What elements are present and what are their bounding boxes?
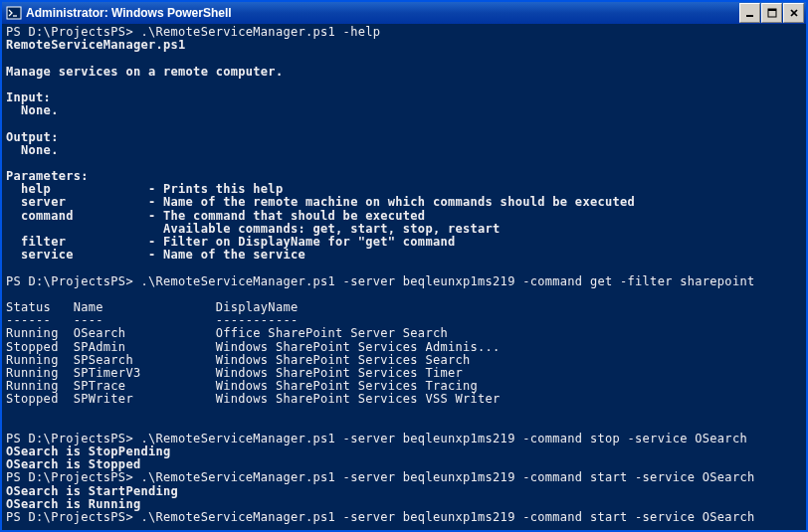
titlebar[interactable]: Administrator: Windows PowerShell	[2, 2, 806, 24]
terminal-line: service - Name of the service	[6, 249, 802, 262]
terminal-line: Input:	[6, 91, 802, 104]
powershell-window: Administrator: Windows PowerShell PS D:\…	[0, 0, 808, 532]
minimize-button[interactable]	[739, 3, 760, 23]
terminal-line: OSearch is Running	[6, 498, 802, 511]
terminal-line	[6, 52, 802, 65]
terminal-line: Stopped SPAdmin Windows SharePoint Servi…	[6, 341, 802, 354]
terminal-line: Running OSearch Office SharePoint Server…	[6, 327, 802, 340]
terminal-line	[6, 524, 802, 530]
terminal-line: None.	[6, 104, 802, 117]
terminal-line	[6, 157, 802, 170]
terminal-line: None.	[6, 144, 802, 157]
terminal-line: Manage services on a remote computer.	[6, 66, 802, 79]
terminal-line: Stopped SPWriter Windows SharePoint Serv…	[6, 393, 802, 406]
powershell-icon	[6, 5, 22, 21]
terminal-line: Running SPSearch Windows SharePoint Serv…	[6, 354, 802, 367]
terminal-output[interactable]: PS D:\ProjectsPS> .\RemoteServiceManager…	[2, 24, 806, 530]
terminal-line: RemoteServiceManager.ps1	[6, 39, 802, 52]
terminal-line: OSearch is StartPending	[6, 485, 802, 498]
window-buttons	[738, 3, 804, 23]
terminal-line: PS D:\ProjectsPS> .\RemoteServiceManager…	[6, 511, 802, 524]
close-button[interactable]	[783, 3, 804, 23]
terminal-line: Output:	[6, 131, 802, 144]
terminal-line	[6, 420, 802, 433]
terminal-line	[6, 79, 802, 91]
terminal-line	[6, 288, 802, 301]
maximize-button[interactable]	[761, 3, 782, 23]
terminal-line	[6, 406, 802, 419]
window-title: Administrator: Windows PowerShell	[26, 6, 738, 20]
terminal-line	[6, 262, 802, 274]
svg-rect-0	[7, 7, 21, 19]
terminal-line: server - Name of the remote machine on w…	[6, 196, 802, 209]
terminal-line: PS D:\ProjectsPS> .\RemoteServiceManager…	[6, 471, 802, 484]
terminal-line	[6, 117, 802, 130]
terminal-line: PS D:\ProjectsPS> .\RemoteServiceManager…	[6, 275, 802, 288]
terminal-line: command - The command that should be exe…	[6, 210, 802, 223]
